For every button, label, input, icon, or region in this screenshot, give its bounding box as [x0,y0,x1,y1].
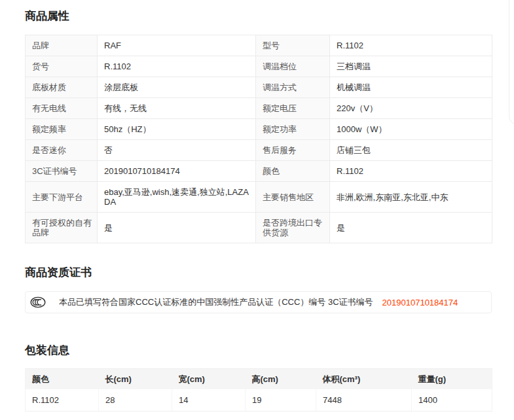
attr-label: 有可授权的自有品牌 [26,213,98,243]
attributes-section-title: 商品属性 [25,8,492,25]
table-row: 品牌 RAF 型号 R.1102 [26,35,492,56]
attr-label: 额定功率 [256,119,330,140]
attr-value: ebay,亚马逊,wish,速卖通,独立站,LAZADA [98,182,256,213]
pack-header-volume: 体积(cm³) [316,369,412,390]
attr-value: 三档调温 [330,56,492,77]
attr-label: 品牌 [26,35,98,56]
attr-value: 220v（V） [330,98,492,119]
attr-value: R.1102 [330,161,492,182]
pack-value-width: 14 [172,389,246,411]
cutoff-side-panel [509,0,514,124]
attr-value: 机械调温 [330,77,492,98]
attr-label: 底板材质 [26,77,98,98]
pack-header-length: 长(cm) [99,369,172,390]
table-row: 底板材质 涂层底板 调温方式 机械调温 [26,77,492,98]
attr-label: 型号 [256,35,330,56]
attr-value: 涂层底板 [98,77,256,98]
table-row: 3C证书编号 2019010710184174 颜色 R.1102 [26,161,492,182]
ccc-mark-icon [30,296,46,308]
attr-value: 2019010710184174 [98,161,256,182]
table-row: 是否迷你 否 售后服务 店铺三包 [26,140,492,161]
pack-value-color: R.1102 [26,389,99,411]
attr-label: 是否跨境出口专供货源 [256,213,330,243]
table-row: 有无电线 有线，无线 额定电压 220v（V） [26,98,492,119]
packaging-section-title: 包装信息 [25,342,492,359]
attr-label: 货号 [26,56,98,77]
table-row: 有可授权的自有品牌 是 是否跨境出口专供货源 是 [26,213,492,243]
pack-value-volume: 7448 [316,389,412,411]
attr-label: 调温档位 [256,56,330,77]
attr-label: 售后服务 [256,140,330,161]
certificate-box: 本品已填写符合国家CCC认证标准的中国强制性产品认证（CCC）编号 3C证书编号… [25,291,492,313]
pack-value-length: 28 [99,389,172,411]
pack-header-height: 高(cm) [246,369,316,390]
pack-value-weight: 1400 [412,389,492,411]
table-row: 货号 R.1102 调温档位 三档调温 [26,56,492,77]
certificate-section-title: 商品资质证书 [25,264,492,281]
attr-value: 1000w（W） [330,119,492,140]
pack-header-color: 颜色 [26,369,99,390]
certificate-number: 2019010710184174 [382,298,458,307]
product-detail-page: 商品属性 品牌 RAF 型号 R.1102 货号 R.1102 调温档位 三档调… [0,8,514,411]
attributes-table: 品牌 RAF 型号 R.1102 货号 R.1102 调温档位 三档调温 底板材… [25,35,492,243]
certificate-statement: 本品已填写符合国家CCC认证标准的中国强制性产品认证（CCC）编号 3C证书编号 [59,296,373,308]
attr-value: 是 [98,213,256,243]
table-header-row: 颜色 长(cm) 宽(cm) 高(cm) 体积(cm³) 重量(g) [26,369,492,390]
pack-header-width: 宽(cm) [172,369,246,390]
attr-value: 是 [330,213,492,243]
attr-value: 有线，无线 [98,98,256,119]
attr-value: R.1102 [98,56,256,77]
attr-label: 主要下游平台 [26,182,98,213]
attr-label: 额定电压 [256,98,330,119]
packaging-table: 颜色 长(cm) 宽(cm) 高(cm) 体积(cm³) 重量(g) R.110… [25,368,492,411]
attr-value: 否 [98,140,256,161]
pack-header-weight: 重量(g) [412,369,492,390]
attr-label: 主要销售地区 [256,182,330,213]
attr-label: 有无电线 [26,98,98,119]
table-row: R.1102 28 14 19 7448 1400 [26,389,492,411]
attr-value: R.1102 [330,35,492,56]
attr-label: 调温方式 [256,77,330,98]
attr-label: 额定频率 [26,119,98,140]
table-row: 额定频率 50hz（HZ） 额定功率 1000w（W） [26,119,492,140]
attr-value: 店铺三包 [330,140,492,161]
attr-label: 3C证书编号 [26,161,98,182]
attr-value: RAF [98,35,256,56]
attr-value: 50hz（HZ） [98,119,256,140]
pack-value-height: 19 [246,389,316,411]
attr-value: 非洲,欧洲,东南亚,东北亚,中东 [330,182,492,213]
table-row: 主要下游平台 ebay,亚马逊,wish,速卖通,独立站,LAZADA 主要销售… [26,182,492,213]
attr-label: 颜色 [256,161,330,182]
attr-label: 是否迷你 [26,140,98,161]
